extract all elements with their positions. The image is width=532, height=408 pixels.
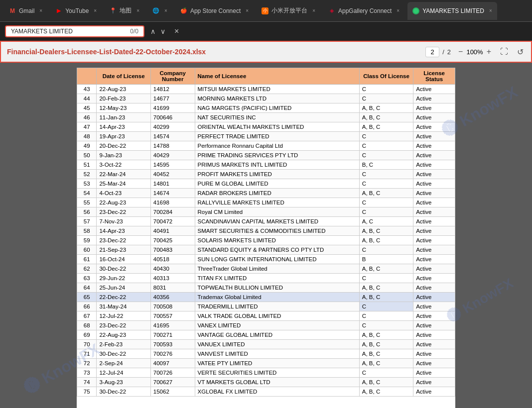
cell-date: 11-Jan-23 bbox=[97, 113, 150, 122]
table-row: 5325-Mar-2414801PURE M GLOBAL LIMITEDCAc… bbox=[77, 179, 455, 189]
col-header-num bbox=[77, 68, 97, 85]
tab-yamarkets-close[interactable]: × bbox=[489, 8, 492, 13]
cell-date: 12-May-23 bbox=[97, 103, 150, 113]
cell-num: 71 bbox=[77, 349, 97, 359]
tab-appgallery[interactable]: ◈ AppGallery Connect × bbox=[323, 2, 404, 20]
spreadsheet: Date of License Company Number Name of L… bbox=[77, 68, 455, 408]
tab-gmail[interactable]: M Gmail × bbox=[4, 2, 47, 20]
table-row: 5814-Apr-2340491SMART SECURITIES & COMMO… bbox=[77, 226, 455, 236]
table-row: 743-Aug-23700627VT MARKETS GLOBAL LTDA, … bbox=[77, 378, 455, 387]
apple-icon: 🍎 bbox=[180, 7, 187, 14]
cell-status: Active bbox=[413, 170, 455, 179]
cell-status: Active bbox=[413, 349, 455, 359]
cell-class: C bbox=[359, 85, 413, 94]
search-box[interactable]: YAMARKETS LIMITED 0/0 bbox=[5, 25, 144, 37]
tab-youtube-close[interactable]: × bbox=[94, 8, 97, 13]
tab-youtube[interactable]: ▶ YouTube × bbox=[50, 2, 102, 20]
cell-class: A, B, C bbox=[359, 264, 413, 274]
fit-page-button[interactable]: ⛶ bbox=[499, 47, 510, 56]
cell-name: VT MARKETS GLOBAL LTD bbox=[195, 378, 359, 387]
tab-appstore-close[interactable]: × bbox=[246, 8, 249, 13]
cell-status: Active bbox=[413, 132, 455, 141]
cell-company: 41699 bbox=[150, 103, 195, 113]
table-row: 5623-Dec-22700284Royal CM LimitedCActive bbox=[77, 207, 455, 217]
cell-num: 51 bbox=[77, 160, 97, 170]
search-next-button[interactable]: ∨ bbox=[158, 26, 167, 36]
table-row: 722-Sep-2440097VATEE PTY LIMITEDA, B, CA… bbox=[77, 359, 455, 368]
cell-name: SOLARIS MARKETS LIMITED bbox=[195, 236, 359, 245]
cell-company: 40452 bbox=[150, 170, 195, 179]
zoom-in-button[interactable]: + bbox=[485, 47, 493, 56]
cell-date: 2-Sep-24 bbox=[97, 359, 150, 368]
cell-name: PRIME TRADING SERVICES PTY LTD bbox=[195, 151, 359, 160]
cell-date: 31-May-24 bbox=[97, 302, 150, 311]
cell-num: 74 bbox=[77, 378, 97, 387]
tab-xiaomi-close[interactable]: × bbox=[312, 8, 315, 13]
cell-company: 14674 bbox=[150, 189, 195, 198]
cell-class: A, C bbox=[359, 217, 413, 226]
tab-yamarkets[interactable]: YAMARKETS LIMITED × bbox=[407, 2, 497, 20]
cell-company: 14801 bbox=[150, 179, 195, 189]
cell-date: 23-Dec-22 bbox=[97, 236, 150, 245]
maps-icon: 📍 bbox=[110, 7, 117, 14]
tab-appstore[interactable]: 🍎 App Store Connect × bbox=[175, 2, 254, 20]
table-row: 5923-Dec-22700425SOLARIS MARKETS LIMITED… bbox=[77, 236, 455, 245]
cell-date: 22-Aug-23 bbox=[97, 198, 150, 207]
cell-date: 9-Jan-23 bbox=[97, 151, 150, 160]
cell-class: A, B, C bbox=[359, 340, 413, 349]
cell-class: A, B, C bbox=[359, 226, 413, 236]
tab-maps-close[interactable]: × bbox=[136, 8, 139, 13]
cell-num: 50 bbox=[77, 151, 97, 160]
cell-name: MITSUI MARKETS LIMITED bbox=[195, 85, 359, 94]
search-close-button[interactable]: × bbox=[171, 26, 182, 37]
cell-name: XGLOBAL FX LIMITED bbox=[195, 387, 359, 397]
cell-status: Active bbox=[413, 113, 455, 122]
tab-appgallery-close[interactable]: × bbox=[397, 8, 399, 13]
cell-date: 20-Dec-22 bbox=[97, 141, 150, 151]
table-row: 6329-Jun-2240313TITAN FX LIMITEDCActive bbox=[77, 274, 455, 283]
col-header-company: Company Number bbox=[150, 68, 195, 85]
tab-xiaomi[interactable]: 小 小米开放平台 × bbox=[257, 2, 320, 20]
cell-name: ORIENTAL WEALTH MARKETS LIMITED bbox=[195, 122, 359, 132]
cell-company: 40429 bbox=[150, 151, 195, 160]
cell-class: C bbox=[359, 321, 413, 330]
tab-maps[interactable]: 📍 地图 × bbox=[105, 2, 144, 20]
cell-name: STANDARD EQUITY & PARTNERS CO PTY LTD bbox=[195, 245, 359, 255]
page-input[interactable] bbox=[425, 47, 439, 57]
zoom-out-button[interactable]: − bbox=[457, 47, 464, 56]
zoom-control: − 100% + bbox=[457, 47, 493, 56]
cell-status: Active bbox=[413, 226, 455, 236]
cell-date: 22-Mar-24 bbox=[97, 170, 150, 179]
cell-num: 58 bbox=[77, 226, 97, 236]
search-count: 0/0 bbox=[130, 28, 138, 35]
cell-class: C bbox=[359, 198, 413, 207]
cell-num: 63 bbox=[77, 274, 97, 283]
cell-num: 68 bbox=[77, 321, 97, 330]
cell-class: C bbox=[359, 141, 413, 151]
cell-num: 49 bbox=[77, 141, 97, 151]
table-row: 6522-Dec-2240356Trademax Global LimitedA… bbox=[77, 293, 455, 302]
search-prev-button[interactable]: ∧ bbox=[148, 26, 157, 36]
address-bar: YAMARKETS LIMITED 0/0 ∧ ∨ × bbox=[0, 22, 532, 41]
cell-name: PROFIT MARKETS LIMITED bbox=[195, 170, 359, 179]
tab-globe-close[interactable]: × bbox=[164, 8, 167, 13]
cell-num: 73 bbox=[77, 368, 97, 378]
cell-num: 53 bbox=[77, 179, 97, 189]
cell-company: 700646 bbox=[150, 113, 195, 122]
cell-status: Active bbox=[413, 359, 455, 368]
cell-name: RADAR BROKERS LIMITED bbox=[195, 189, 359, 198]
cell-date: 12-Jul-24 bbox=[97, 368, 150, 378]
cell-class: C bbox=[359, 207, 413, 217]
cell-status: Active bbox=[413, 255, 455, 264]
tab-globe[interactable]: 🌐 × bbox=[147, 2, 172, 20]
rotate-button[interactable]: ↺ bbox=[516, 47, 525, 57]
cell-status: Active bbox=[413, 378, 455, 387]
cell-num: 56 bbox=[77, 207, 97, 217]
table-row: 513-Oct-2214595PRIMUS MARKETS INTL LIMIT… bbox=[77, 160, 455, 170]
cell-company: 8031 bbox=[150, 283, 195, 293]
tab-gmail-close[interactable]: × bbox=[39, 8, 42, 13]
cell-date: 3-Oct-22 bbox=[97, 160, 150, 170]
table-row: 6425-Jun-248031TOPWEALTH BULLION LIMITED… bbox=[77, 283, 455, 293]
table-row: 6712-Jul-22700557VALK TRADE GLOBAL LIMIT… bbox=[77, 311, 455, 321]
cell-num: 75 bbox=[77, 387, 97, 397]
